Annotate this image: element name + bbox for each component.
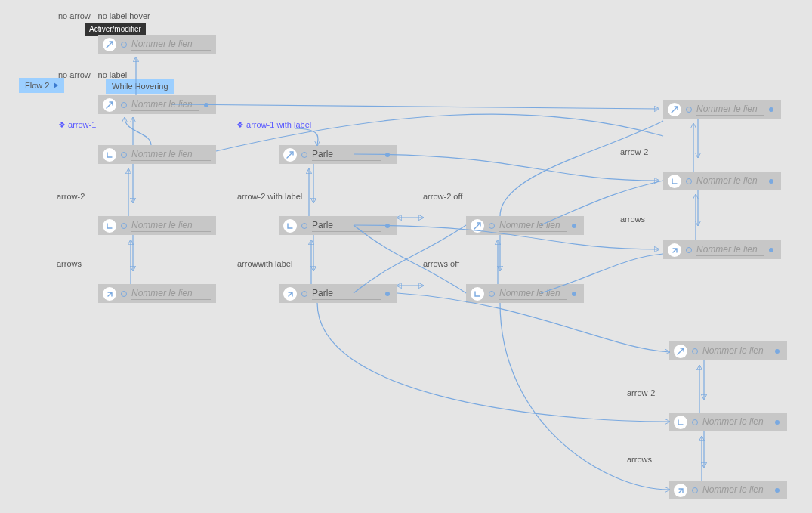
corner-icon <box>103 148 116 162</box>
link-card-c3[interactable]: Nommer le lien <box>98 145 216 164</box>
label-arrow2-off: arrow-2 off <box>423 192 462 201</box>
arrow-icon <box>103 38 116 51</box>
ring-icon <box>121 42 127 48</box>
ring-icon <box>686 178 692 184</box>
label-arrows-r1: arrows <box>620 215 645 224</box>
comp-arrow1[interactable]: arrow-1 <box>58 120 96 130</box>
ring-icon <box>121 291 127 297</box>
link-name-input[interactable]: Nommer le lien <box>131 99 199 111</box>
link-dot <box>775 349 780 354</box>
arrow-icon <box>674 345 687 358</box>
link-name-input[interactable]: Nommer le lien <box>131 149 211 161</box>
link-name-input[interactable]: Nommer le lien <box>131 288 211 300</box>
link-card-c11[interactable]: Nommer le lien <box>663 100 781 119</box>
link-name-input[interactable]: Nommer le lien <box>131 220 211 232</box>
link-dot <box>385 292 390 296</box>
link-card-c7[interactable]: Parle <box>279 216 397 235</box>
label-no-arrow-hover: no arrow - no label:hover <box>58 11 150 20</box>
link-card-c16[interactable]: Nommer le lien <box>669 481 787 499</box>
play-icon <box>54 82 58 88</box>
link-card-c2[interactable]: Nommer le lien <box>98 95 216 114</box>
link-name-input[interactable]: Parle <box>312 149 381 161</box>
ring-icon <box>121 102 127 108</box>
link-dot <box>572 292 576 296</box>
link-dot <box>385 224 390 228</box>
label-arrow2-r2: arrow-2 <box>627 388 655 397</box>
link-name-input[interactable]: Parle <box>312 288 381 300</box>
link-card-c1[interactable]: Nommer le lien <box>98 35 216 54</box>
arrow-icon <box>103 98 116 112</box>
tooltip-activate: Activer/modifier <box>85 23 146 36</box>
ring-icon <box>692 419 698 425</box>
link-name-input[interactable]: Nommer le lien <box>499 288 567 300</box>
ring-icon <box>692 487 698 493</box>
arrow-icon <box>283 148 297 162</box>
ring-icon <box>686 247 692 253</box>
link-dot <box>769 107 773 112</box>
link-dot <box>769 248 773 252</box>
link-name-input[interactable]: Nommer le lien <box>131 39 211 51</box>
corner-icon <box>283 219 297 233</box>
link-name-input[interactable]: Nommer le lien <box>696 244 764 256</box>
link-name-input[interactable]: Parle <box>312 220 381 232</box>
ring-icon <box>489 291 495 297</box>
link-dot <box>572 224 576 228</box>
ring-icon <box>489 223 495 229</box>
ring-icon <box>121 152 127 158</box>
label-arrows-off: arrows off <box>423 259 459 268</box>
link-dot <box>204 103 208 107</box>
label-arrows-left: arrows <box>57 259 82 268</box>
link-card-c4[interactable]: Nommer le lien <box>98 216 216 235</box>
ring-icon <box>121 223 127 229</box>
link-name-input[interactable]: Nommer le lien <box>696 104 764 116</box>
link-card-c8[interactable]: Parle <box>279 284 397 303</box>
comp-arrow1-label[interactable]: arrow-1 with label <box>236 120 311 130</box>
link-card-c15[interactable]: Nommer le lien <box>669 413 787 431</box>
link-card-c5[interactable]: Nommer le lien <box>98 284 216 303</box>
label-arrow2-left: arrow-2 <box>57 192 85 201</box>
ring-icon <box>301 152 307 158</box>
corner-icon <box>103 219 116 233</box>
ext-icon <box>103 287 116 301</box>
ring-icon <box>301 223 307 229</box>
ext-icon <box>668 243 681 257</box>
ext-icon <box>283 287 297 301</box>
link-card-c6[interactable]: Parle <box>279 145 397 164</box>
link-name-input[interactable]: Nommer le lien <box>696 175 764 187</box>
corner-icon <box>674 416 687 429</box>
label-arrows-r2: arrows <box>627 455 652 464</box>
ext-icon <box>674 484 687 497</box>
link-name-input[interactable]: Nommer le lien <box>702 416 770 428</box>
label-arrow2-mid: arrow-2 with label <box>237 192 302 201</box>
ring-icon <box>686 107 692 113</box>
link-dot <box>769 179 773 184</box>
link-dot <box>385 153 390 157</box>
arrow-icon <box>668 103 681 116</box>
link-card-c10[interactable]: Nommer le lien <box>466 284 584 303</box>
link-name-input[interactable]: Nommer le lien <box>702 345 770 357</box>
link-card-c13[interactable]: Nommer le lien <box>663 240 781 259</box>
corner-icon <box>471 287 484 301</box>
link-dot <box>775 420 780 425</box>
arrow-icon <box>471 219 484 233</box>
link-card-c14[interactable]: Nommer le lien <box>669 341 787 360</box>
link-dot <box>775 488 780 493</box>
label-arrow2-r1: arrow-2 <box>620 147 648 156</box>
link-name-input[interactable]: Nommer le lien <box>499 220 567 232</box>
corner-icon <box>668 175 681 188</box>
label-arrows-mid: arrowwith label <box>237 259 292 268</box>
link-card-c9[interactable]: Nommer le lien <box>466 216 584 235</box>
link-name-input[interactable]: Nommer le lien <box>702 484 770 496</box>
link-card-c12[interactable]: Nommer le lien <box>663 172 781 190</box>
flow-label: Flow 2 <box>25 81 49 90</box>
flow-badge[interactable]: Flow 2 <box>19 78 64 93</box>
hover-badge: While Hovering <box>106 79 174 94</box>
ring-icon <box>692 348 698 354</box>
ring-icon <box>301 291 307 297</box>
